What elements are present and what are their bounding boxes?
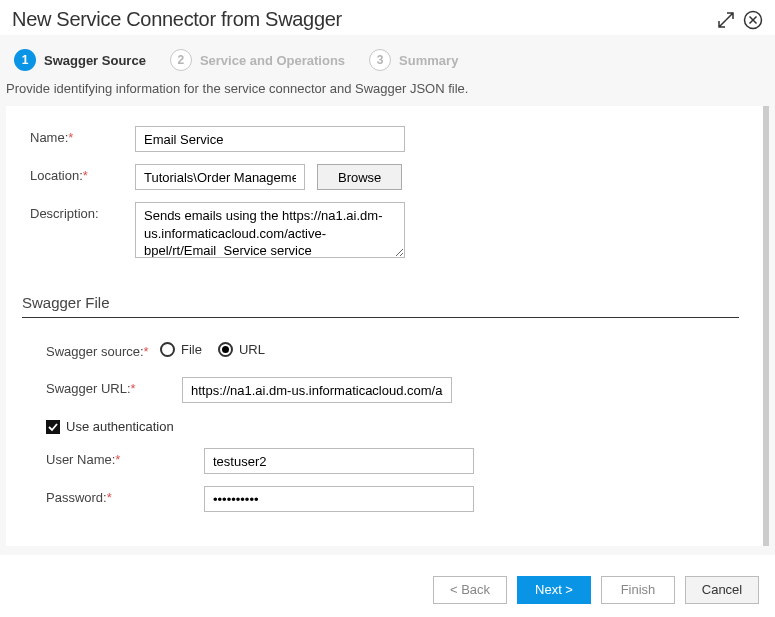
radio-url[interactable]: URL xyxy=(218,342,265,357)
browse-button[interactable]: Browse xyxy=(317,164,402,190)
step-number: 1 xyxy=(14,49,36,71)
step-number: 3 xyxy=(369,49,391,71)
step-swagger-source[interactable]: 1 Swagger Source xyxy=(14,49,146,71)
step-number: 2 xyxy=(170,49,192,71)
section-divider xyxy=(22,317,739,318)
radio-icon xyxy=(160,342,175,357)
radio-icon xyxy=(218,342,233,357)
location-label: Location:* xyxy=(30,164,135,183)
back-button[interactable]: < Back xyxy=(433,576,507,604)
location-input[interactable] xyxy=(135,164,305,190)
swagger-source-label: Swagger source:* xyxy=(30,340,160,359)
step-label: Service and Operations xyxy=(200,53,345,68)
description-input[interactable]: Sends emails using the https://na1.ai.dm… xyxy=(135,202,405,258)
step-label: Summary xyxy=(399,53,458,68)
name-label: Name:* xyxy=(30,126,135,145)
content-panel: Name:* Location:* Browse Description: Se… xyxy=(6,106,769,546)
step-label: Swagger Source xyxy=(44,53,146,68)
dialog-title: New Service Connector from Swagger xyxy=(12,8,342,31)
radio-label: File xyxy=(181,342,202,357)
use-auth-checkbox[interactable] xyxy=(46,420,60,434)
password-label: Password:* xyxy=(30,486,160,505)
step-service-operations[interactable]: 2 Service and Operations xyxy=(170,49,345,71)
password-input[interactable] xyxy=(204,486,474,512)
description-label: Description: xyxy=(30,202,135,221)
instruction-text: Provide identifying information for the … xyxy=(0,81,775,106)
swagger-url-label: Swagger URL:* xyxy=(30,377,160,396)
step-summary[interactable]: 3 Summary xyxy=(369,49,458,71)
username-label: User Name:* xyxy=(30,448,160,467)
name-input[interactable] xyxy=(135,126,405,152)
wizard-steps: 1 Swagger Source 2 Service and Operation… xyxy=(0,35,775,81)
next-button[interactable]: Next > xyxy=(517,576,591,604)
username-input[interactable] xyxy=(204,448,474,474)
finish-button[interactable]: Finish xyxy=(601,576,675,604)
use-auth-label: Use authentication xyxy=(66,419,174,434)
radio-file[interactable]: File xyxy=(160,342,202,357)
swagger-url-input[interactable] xyxy=(182,377,452,403)
expand-icon[interactable] xyxy=(717,11,735,29)
radio-label: URL xyxy=(239,342,265,357)
close-icon[interactable] xyxy=(743,10,763,30)
swagger-file-section-title: Swagger File xyxy=(22,294,739,311)
cancel-button[interactable]: Cancel xyxy=(685,576,759,604)
